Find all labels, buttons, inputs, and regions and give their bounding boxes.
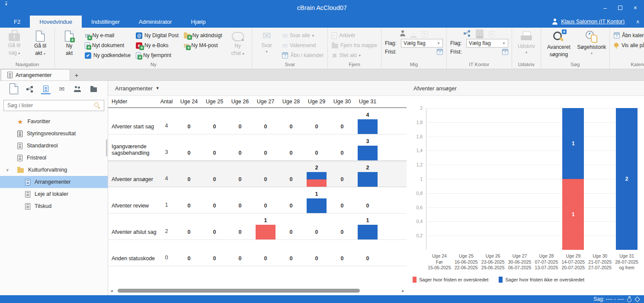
- menu-tab-hovedvindue[interactable]: Hovedvindue: [30, 16, 82, 28]
- week-zero-value: 0: [202, 255, 227, 262]
- minimize-button[interactable]: –: [603, 4, 607, 11]
- maximize-button[interactable]: [618, 6, 622, 10]
- menu-tab-administrator[interactable]: Administrator: [129, 16, 182, 28]
- ny-m4-post-button[interactable]: ✉+Ny M4-post: [182, 41, 224, 50]
- column-header-uge-26[interactable]: Uge 26: [227, 99, 253, 105]
- column-header-uge-24[interactable]: Uge 24: [176, 99, 202, 105]
- tree-item-leje-af-lokaler[interactable]: Leje af lokaler: [0, 188, 108, 200]
- tree-item-fristreol[interactable]: Fristreol: [0, 152, 108, 164]
- legend-item: Sager hvor fristen ikke er overskredet: [499, 277, 584, 283]
- legend-label: Sager hvor fristen er overskredet: [419, 277, 488, 282]
- calendar-icon[interactable]: [437, 49, 443, 55]
- column-header-antal[interactable]: Antal: [154, 99, 179, 105]
- week-bar: 2: [358, 172, 378, 187]
- tab-arrangementer[interactable]: Arrangementer: [1, 69, 70, 80]
- ny-e-boks-button[interactable]: e+Ny e-Boks: [134, 41, 181, 50]
- x-axis-label: Uge 2623-06-202529-06-2025: [480, 253, 506, 271]
- sidebar-tool-participants-icon[interactable]: [73, 86, 83, 94]
- search-input[interactable]: [7, 102, 94, 108]
- column-header-uge-28[interactable]: Uge 28: [279, 99, 304, 105]
- quick-access-icon[interactable]: ▾: [5, 2, 7, 6]
- horizontal-scrollbar[interactable]: ◂ ▸: [108, 287, 407, 294]
- table-row-afventer-afslut-sag[interactable]: Afventer afslut sag200010001: [108, 214, 407, 240]
- collapse-ribbon-icon[interactable]: ∧: [636, 19, 640, 25]
- legend-swatch: [413, 277, 417, 283]
- tree-item-label: Kulturforvaltning: [28, 167, 67, 173]
- menu-tab-indstillinger[interactable]: Indstillinger: [82, 16, 129, 28]
- column-header-hylder[interactable]: Hylder: [112, 99, 127, 105]
- flag-select[interactable]: Vælg flag▼: [466, 39, 508, 48]
- shelf-icon: [25, 191, 30, 198]
- tree-item-favoritter[interactable]: Favoritter: [0, 115, 108, 128]
- tab-label: Arrangementer: [16, 72, 51, 78]
- åbn-kalender-button[interactable]: Åbn kalender: [612, 31, 644, 40]
- ribbon-group-it-kontor: Flag:Vælg flag▼Frist:IT Kontor: [447, 28, 512, 69]
- nyt-dokument-button[interactable]: +Nyt dokument: [83, 41, 133, 50]
- user-icon: [552, 19, 557, 25]
- list-search-box: [3, 100, 104, 111]
- sidebar-tool-lists-icon[interactable]: [41, 86, 51, 94]
- tag-icon[interactable]: [635, 297, 640, 302]
- y-tick-label: 0,2: [410, 233, 423, 238]
- approve-icon: ✔: [85, 52, 91, 59]
- week-bar: 3: [358, 146, 378, 160]
- ny-e-mail-button[interactable]: ✉+Ny e-mail: [83, 31, 133, 40]
- calendar-icon[interactable]: [502, 49, 508, 55]
- svar-alle-button: ✉Svar alle▾: [280, 31, 326, 40]
- org-icon: [464, 30, 471, 36]
- column-header-uge-31[interactable]: Uge 31: [355, 99, 381, 105]
- column-header-uge-30[interactable]: Uge 30: [330, 99, 355, 105]
- flag-select[interactable]: Vælg flag▼: [401, 39, 443, 48]
- close-button[interactable]: ×: [634, 4, 637, 11]
- document-icon: [10, 83, 18, 94]
- ny-akt-button[interactable]: +Nyakt: [57, 29, 82, 57]
- tree-item-styringsreolsresultat[interactable]: Styringsreolsresultat: [0, 128, 108, 140]
- menu-tab-f2[interactable]: F2: [4, 16, 30, 28]
- lists-icon: [43, 86, 48, 92]
- status-sag-text: Sag: ---- - ----: [593, 296, 624, 302]
- week-zero-value: 0: [253, 255, 279, 262]
- gå-til-akt-button[interactable]: Gå tilakt ▾: [28, 29, 53, 57]
- table-row-afventer-ansøger[interactable]: Afventer ansøger400000202: [108, 161, 407, 187]
- scroll-left-icon[interactable]: ◂: [108, 288, 115, 293]
- tree-item-kulturforvaltning[interactable]: ∨Kulturforvaltning: [0, 164, 108, 176]
- menu-tab-hjælp[interactable]: Hjælp: [181, 16, 215, 28]
- ny-aktindsigt-button[interactable]: +Ny aktindsigt: [182, 31, 224, 40]
- tree-item-tilskud[interactable]: Tilskud: [0, 200, 108, 212]
- calendar-icon: [614, 32, 620, 38]
- column-header-uge-27[interactable]: Uge 27: [253, 99, 279, 105]
- column-header-uge-25[interactable]: Uge 25: [202, 99, 227, 105]
- ny-godkendelse-button[interactable]: ✔Ny godkendelse: [83, 51, 133, 60]
- sidebar-tool-relations-icon[interactable]: [25, 86, 35, 94]
- ny-fjernprint-button[interactable]: +Ny fjernprint: [134, 51, 181, 60]
- sidebar-tool-folders-icon[interactable]: [89, 86, 99, 94]
- ny-digital-post-button[interactable]: @Ny Digital Post: [134, 31, 181, 40]
- list-title-dropdown[interactable]: Arrangementer: [115, 85, 153, 92]
- søgehistorik-button[interactable]: Søgehistorik▾: [576, 29, 608, 56]
- table-row-afventer-start-sag[interactable]: Afventer start sag400000004: [108, 108, 407, 134]
- week-zero-value: 0: [253, 124, 279, 130]
- avanceret-søgning-button[interactable]: +Avanceretsøgning: [543, 29, 575, 58]
- new-tab-button[interactable]: +: [70, 69, 83, 80]
- chevron-expanded-icon[interactable]: ∨: [6, 168, 9, 172]
- table-row-igangværende-sagsbehandling[interactable]: Igangværende sagsbehandling300000003: [108, 134, 407, 161]
- table-row-afventer-review[interactable]: Afventer review100000100: [108, 187, 407, 214]
- scrollbar-thumb[interactable]: [118, 289, 360, 293]
- stopwatch-icon[interactable]: [627, 297, 632, 302]
- vis-alle-påmindelser-button[interactable]: Vis alle påmindelser: [612, 41, 644, 50]
- week-zero-value: 0: [176, 203, 202, 209]
- tree-item-standardreol[interactable]: Standardreol: [0, 140, 108, 152]
- sidebar-tool-document-icon[interactable]: [9, 83, 19, 96]
- y-tick-label: 1,6: [410, 134, 423, 139]
- sidebar-scrollbar[interactable]: [106, 139, 107, 156]
- tree-item-arrangementer[interactable]: Arrangementer: [0, 176, 108, 188]
- user-menu-link[interactable]: Klaus Salomon (IT Kontor): [561, 19, 625, 25]
- chart-bar-uge-29: 11: [562, 108, 584, 250]
- udskriv-button: Udskriv▾: [514, 29, 539, 55]
- table-row-anden-statuskode[interactable]: Anden statuskode000000000: [108, 240, 407, 266]
- chevron-down-icon[interactable]: ▼: [156, 86, 160, 90]
- ribbon-group-navigation: Gå tilsag ▾Gå tilakt ▾Navigation: [0, 28, 55, 69]
- scroll-right-icon[interactable]: ▸: [400, 288, 407, 293]
- sidebar-tool-mail-search-icon[interactable]: ✉: [57, 86, 67, 94]
- column-header-uge-29[interactable]: Uge 29: [304, 99, 330, 105]
